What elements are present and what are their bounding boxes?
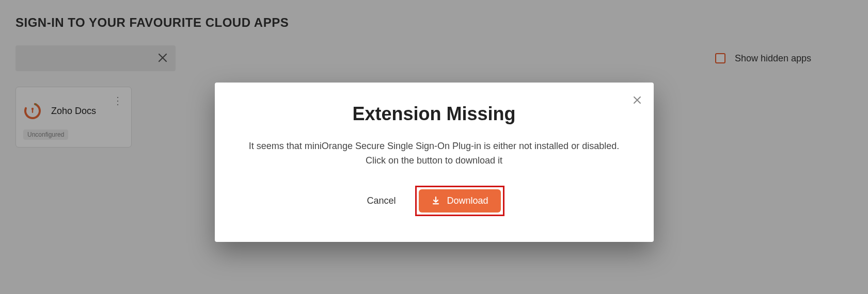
modal-body: It seems that miniOrange Secure Single S… — [235, 139, 633, 168]
download-button[interactable]: Download — [419, 189, 500, 213]
modal-title: Extension Missing — [235, 103, 633, 125]
svg-rect-3 — [433, 203, 439, 204]
modal-close-button[interactable] — [630, 92, 644, 110]
modal-overlay: Extension Missing It seems that miniOran… — [0, 0, 868, 294]
download-icon — [431, 196, 440, 205]
modal-body-line2: Click on the button to download it — [366, 155, 502, 166]
download-highlight: Download — [415, 186, 504, 216]
close-icon — [633, 95, 641, 106]
modal: Extension Missing It seems that miniOran… — [215, 83, 654, 242]
modal-body-line1: It seems that miniOrange Secure Single S… — [249, 141, 619, 151]
modal-actions: Cancel Download — [235, 186, 633, 216]
download-button-label: Download — [447, 195, 488, 206]
cancel-button[interactable]: Cancel — [364, 190, 399, 211]
